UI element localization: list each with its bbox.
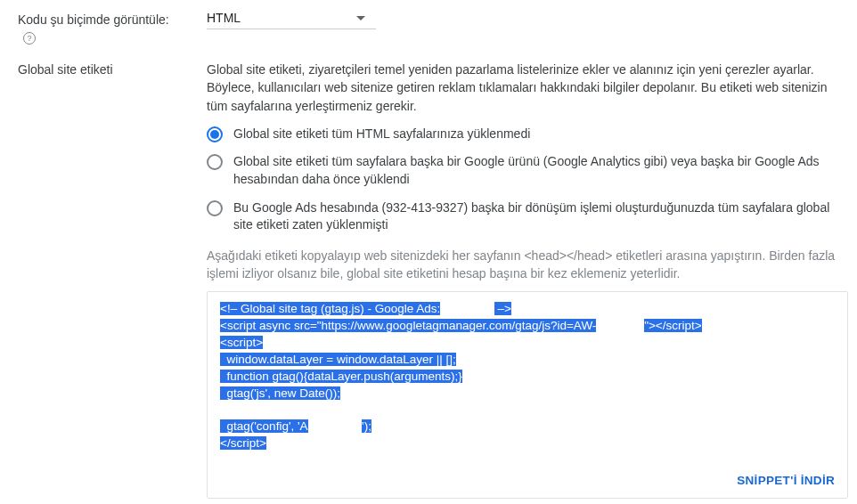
global-tag-description: Global site etiketi, ziyaretçileri temel…: [207, 61, 848, 115]
code-text: <!– Global site tag (gtag.js) - Google A…: [220, 302, 440, 315]
chevron-down-icon: [356, 16, 365, 20]
code-text: ');: [362, 419, 371, 433]
code-text: "></script>: [644, 319, 701, 332]
download-snippet-button[interactable]: SNİPPET'İ İNDİR: [737, 474, 835, 487]
format-select[interactable]: HTML: [207, 11, 376, 29]
paste-hint: Aşağıdaki etiketi kopyalayıp web siteniz…: [207, 247, 848, 283]
code-card-footer: SNİPPET'İ İNDİR: [208, 461, 847, 498]
redacted-text: xxxxx: [596, 319, 644, 332]
display-format-label: Kodu şu biçimde görüntüle: ?: [18, 11, 207, 45]
global-tag-label: Global site etiketi: [18, 61, 207, 77]
radio-icon: [207, 200, 223, 216]
redacted-text: xxxxxx: [308, 419, 363, 433]
radio-label: Bu Google Ads hesabında (932-413-9327) b…: [233, 199, 848, 234]
label-text: Global site etiketi: [18, 62, 113, 77]
radio-option-1[interactable]: Global site etiketi tüm HTML sayfalarını…: [207, 126, 848, 143]
radio-icon: [207, 154, 223, 170]
code-text: function gtag(){dataLayer.push(arguments…: [220, 370, 462, 383]
code-text: <script async src="https://www.googletag…: [220, 319, 596, 332]
help-icon[interactable]: ?: [23, 32, 36, 45]
radio-label: Global site etiketi tüm sayfalara başka …: [233, 153, 848, 188]
code-text: gtag('js', new Date());: [220, 386, 340, 400]
display-format-row: Kodu şu biçimde görüntüle: ? HTML: [18, 11, 848, 45]
code-text: <script>: [220, 336, 263, 349]
code-card: <!– Global site tag (gtag.js) - Google A…: [207, 291, 848, 498]
code-text: gtag('config', 'A: [220, 419, 308, 433]
code-snippet[interactable]: <!– Global site tag (gtag.js) - Google A…: [208, 292, 847, 460]
radio-icon: [207, 126, 223, 142]
label-text: Kodu şu biçimde görüntüle:: [18, 12, 169, 27]
global-tag-row: Global site etiketi Global site etiketi,…: [18, 61, 848, 499]
code-text: </script>: [220, 436, 266, 450]
radio-label: Global site etiketi tüm HTML sayfalarını…: [233, 126, 848, 143]
code-text: window.dataLayer = window.dataLayer || […: [220, 353, 456, 366]
code-text: –>: [494, 302, 511, 315]
radio-option-2[interactable]: Global site etiketi tüm sayfalara başka …: [207, 153, 848, 188]
format-select-value: HTML: [207, 11, 241, 25]
redacted-text: xxxxxx: [440, 302, 494, 315]
radio-option-3[interactable]: Bu Google Ads hesabında (932-413-9327) b…: [207, 199, 848, 234]
